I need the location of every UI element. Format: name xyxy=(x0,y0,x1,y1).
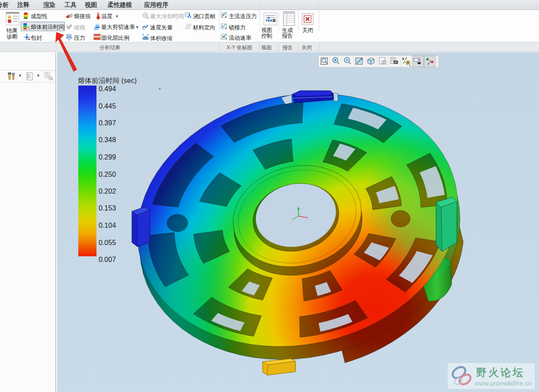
svg-text:P: P xyxy=(222,13,224,17)
svg-text:%: % xyxy=(222,35,225,38)
